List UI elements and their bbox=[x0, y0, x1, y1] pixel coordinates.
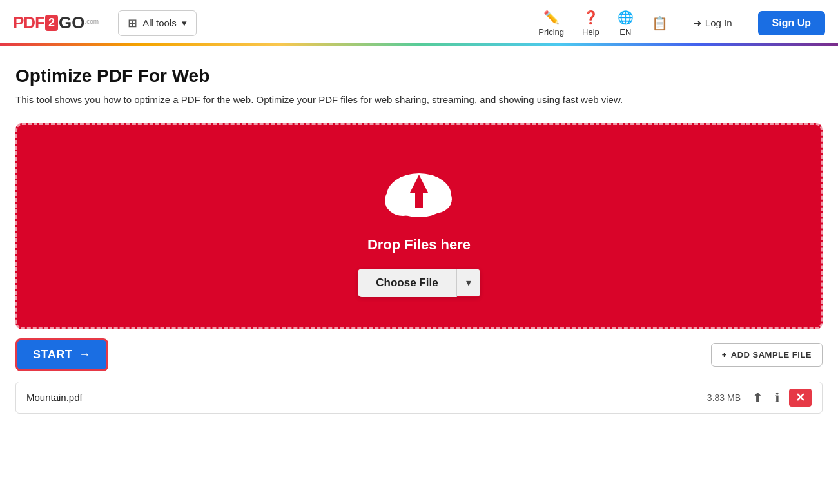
help-icon: ❓ bbox=[583, 10, 599, 25]
chevron-down-icon: ▾ bbox=[182, 17, 187, 29]
plus-icon: + bbox=[722, 350, 727, 360]
logo-2: 2 bbox=[45, 15, 58, 31]
page-description: This tool shows you how to optimize a PD… bbox=[15, 93, 823, 108]
language-nav[interactable]: 🌐 EN bbox=[618, 10, 634, 37]
drop-files-text: Drop Files here bbox=[367, 237, 471, 253]
choose-file-button[interactable]: Choose File ▾ bbox=[358, 269, 480, 297]
logo[interactable]: PDF 2 GO .com bbox=[13, 13, 99, 33]
add-sample-button[interactable]: + ADD SAMPLE FILE bbox=[711, 343, 823, 367]
file-row: Mountain.pdf 3.83 MB ⬆ ℹ ✕ bbox=[15, 382, 823, 414]
globe-icon: 🌐 bbox=[618, 10, 634, 25]
grid-icon: ⊞ bbox=[128, 16, 137, 30]
start-label: START bbox=[33, 348, 72, 362]
logo-pdf: PDF bbox=[13, 13, 44, 33]
pricing-label: Pricing bbox=[538, 27, 564, 37]
help-nav[interactable]: ❓ Help bbox=[582, 10, 599, 37]
drop-zone[interactable]: Drop Files here Choose File ▾ bbox=[15, 123, 823, 329]
signup-button[interactable]: Sign Up bbox=[758, 11, 825, 35]
file-download-button[interactable]: ⬆ bbox=[750, 389, 766, 407]
rainbow-bar bbox=[0, 43, 838, 46]
file-info-button[interactable]: ℹ bbox=[772, 389, 783, 407]
pricing-nav[interactable]: ✏️ Pricing bbox=[538, 10, 564, 37]
start-arrow-icon: → bbox=[79, 348, 91, 362]
file-name: Mountain.pdf bbox=[26, 392, 707, 403]
main-content: Optimize PDF For Web This tool shows you… bbox=[0, 46, 838, 427]
page-title: Optimize PDF For Web bbox=[15, 66, 823, 86]
add-sample-label: ADD SAMPLE FILE bbox=[731, 350, 812, 360]
logo-com: .com bbox=[84, 18, 99, 25]
header: PDF 2 GO .com ⊞ All tools ▾ ✏️ Pricing ❓… bbox=[0, 0, 838, 46]
bottom-toolbar: START → + ADD SAMPLE FILE bbox=[15, 329, 823, 380]
pricing-icon: ✏️ bbox=[543, 10, 560, 25]
clock-icon: 📋 bbox=[652, 15, 668, 31]
help-label: Help bbox=[582, 27, 599, 37]
login-label: Log In bbox=[705, 17, 732, 28]
choose-file-dropdown-button[interactable]: ▾ bbox=[457, 269, 480, 296]
login-button[interactable]: ➜ Log In bbox=[686, 12, 740, 34]
file-delete-button[interactable]: ✕ bbox=[789, 389, 812, 407]
choose-file-main-button[interactable]: Choose File bbox=[358, 269, 456, 297]
upload-cloud-icon bbox=[380, 162, 458, 226]
all-tools-button[interactable]: ⊞ All tools ▾ bbox=[118, 10, 197, 36]
logo-go: GO bbox=[59, 13, 84, 33]
start-button[interactable]: START → bbox=[15, 338, 108, 371]
login-arrow-icon: ➜ bbox=[694, 17, 702, 29]
all-tools-label: All tools bbox=[142, 17, 177, 28]
file-size: 3.83 MB bbox=[707, 393, 741, 403]
signup-label: Sign Up bbox=[772, 17, 811, 28]
clock-nav[interactable]: 📋 bbox=[652, 15, 668, 31]
language-label: EN bbox=[619, 27, 631, 37]
header-right: ✏️ Pricing ❓ Help 🌐 EN 📋 ➜ Log In Sign U… bbox=[538, 10, 825, 37]
file-actions: ⬆ ℹ ✕ bbox=[750, 389, 812, 407]
